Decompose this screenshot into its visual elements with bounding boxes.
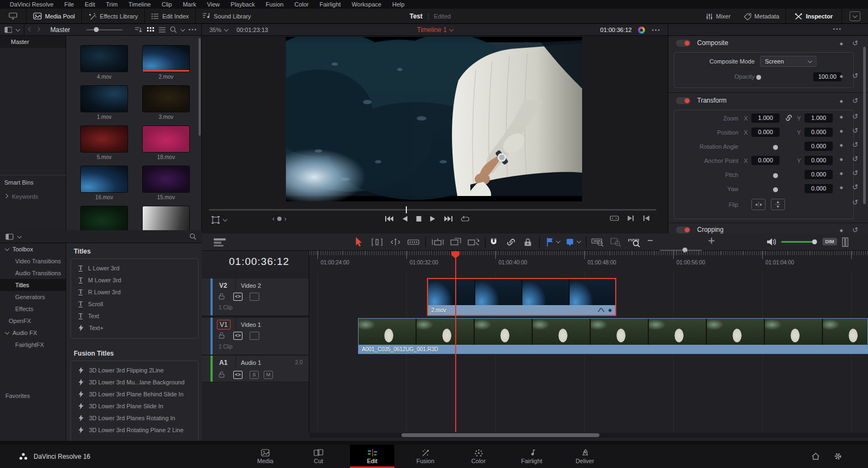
position-x-value[interactable]: 0.000 [751, 128, 780, 137]
menu-timeline[interactable]: Timeline [123, 0, 156, 9]
keyframe-icon[interactable]: ◆ [840, 41, 843, 46]
yaw-value[interactable]: 0.000 [805, 184, 833, 193]
zoom-in-button[interactable] [709, 238, 714, 244]
rotation-value[interactable]: 0.000 [805, 142, 833, 151]
flip-horizontal-button[interactable] [751, 199, 765, 210]
sidebar-item-fairlightfx[interactable]: FairlightFX [0, 339, 66, 351]
sidebar-item-effects[interactable]: Effects [0, 303, 66, 315]
zoom-out-button[interactable] [648, 240, 653, 241]
title-item[interactable]: Text+ [71, 322, 198, 334]
keyframe-indicator-icon[interactable]: ◆ [608, 307, 612, 313]
track-autoselect-toggle[interactable]: <> [233, 332, 242, 340]
keyframe-icon[interactable]: ◆ [840, 115, 843, 119]
nav-media[interactable]: Media [243, 445, 288, 468]
cropping-toggle[interactable] [676, 226, 691, 233]
match-frame-next-button[interactable] [628, 215, 634, 222]
track-header-a1[interactable]: A1 Audio 1 2.0 <> S M [202, 356, 309, 382]
audio-monitor-icon[interactable] [767, 238, 776, 246]
track-badge-a1[interactable]: A1 [219, 359, 227, 366]
keyframe-icon[interactable]: ◆ [840, 143, 843, 148]
link-icon[interactable] [785, 114, 793, 122]
fusion-title-item[interactable]: 3D Lower 3rd Plane Behind Slide In [71, 388, 198, 400]
title-item[interactable]: TR Lower 3rd [71, 286, 198, 298]
clip-thumbnail[interactable] [142, 206, 190, 230]
nav-fairlight[interactable]: Fairlight [509, 445, 554, 468]
sidebar-item-titles[interactable]: Titles [0, 279, 66, 291]
project-manager-button[interactable] [0, 9, 26, 23]
chevron-down-icon[interactable] [223, 217, 227, 222]
viewer-playhead[interactable] [406, 206, 407, 213]
keyframe-icon[interactable]: ◆ [840, 171, 843, 176]
chevron-down-icon[interactable] [16, 27, 20, 31]
menu-file[interactable]: File [59, 0, 80, 9]
nav-fusion[interactable]: Fusion [403, 445, 448, 468]
list-view-icon[interactable] [158, 27, 165, 33]
marker-button[interactable] [566, 238, 573, 246]
clip-thumbnail[interactable] [142, 166, 190, 193]
timeline-playhead[interactable] [455, 251, 456, 432]
nav-edit-active[interactable]: Edit [350, 445, 394, 468]
track-badge-v2[interactable]: V2 [219, 282, 227, 289]
track-solo-toggle[interactable]: S [250, 371, 259, 379]
keyframe-icon[interactable]: ◆ [840, 129, 843, 134]
audio-meters-toggle[interactable] [842, 237, 848, 247]
zoom-x-value[interactable]: 1.000 [751, 113, 780, 123]
reset-icon[interactable]: ↺ [852, 128, 858, 134]
clip-thumbnail[interactable] [80, 166, 128, 193]
viewer-more-icon[interactable]: ••• [652, 27, 661, 33]
dim-button[interactable]: DIM [822, 238, 837, 245]
inspector-button[interactable]: Inspector [786, 9, 841, 24]
settings-gear-button[interactable] [834, 452, 842, 460]
keyframe-icon[interactable]: ◆ [840, 157, 843, 162]
composite-toggle[interactable] [676, 40, 691, 47]
mixer-button[interactable]: Mixer [699, 9, 737, 24]
clip-thumbnail[interactable] [80, 45, 128, 72]
transform-overlay-icon[interactable] [212, 216, 220, 224]
panel-toggle-icon[interactable] [4, 27, 12, 33]
menu-workspace[interactable]: Workspace [346, 0, 387, 9]
flip-vertical-button[interactable] [771, 199, 785, 210]
zoom-y-value[interactable]: 1.000 [805, 113, 833, 123]
menu-view[interactable]: View [201, 0, 225, 9]
keyframe-icon[interactable]: ◆ [840, 228, 843, 233]
title-item[interactable]: TScroll [71, 298, 198, 310]
composite-mode-select[interactable]: Screen [760, 56, 816, 67]
play-button[interactable] [430, 216, 436, 222]
track-autoselect-toggle[interactable]: <> [233, 293, 242, 301]
clip-thumbnail[interactable] [80, 85, 128, 112]
nav-color[interactable]: Color [456, 445, 501, 468]
go-to-first-frame-button[interactable] [385, 216, 393, 222]
cinema-viewer-button[interactable] [610, 215, 619, 222]
timeline-name-dropdown[interactable]: Timeline 1 [417, 26, 447, 34]
sidebar-item-audio-transitions[interactable]: Audio Transitions [0, 267, 66, 279]
match-frame-prev-button[interactable] [643, 215, 649, 222]
chevron-down-icon[interactable] [180, 27, 184, 31]
back-icon[interactable] [28, 27, 33, 31]
stop-button[interactable] [416, 216, 422, 222]
flag-button[interactable] [547, 238, 553, 246]
volume-slider[interactable] [781, 241, 816, 243]
more-options-icon[interactable]: ••• [188, 27, 197, 33]
track-name-v2[interactable]: Video 2 [241, 282, 261, 289]
insert-clip-button[interactable] [432, 238, 444, 246]
razor-edit-mode-tool[interactable] [407, 238, 419, 246]
keywords-item[interactable]: Keywords [4, 193, 38, 200]
reset-icon[interactable]: ↺ [852, 73, 858, 79]
timeline-ruler[interactable]: 01:00:24:00 01:00:32:00 01:00:40:00 01:0… [309, 251, 868, 271]
detail-zoom-button[interactable] [610, 238, 623, 247]
sidebar-item-generators[interactable]: Generators [0, 291, 66, 303]
sidebar-item-favorites[interactable]: Favorites [0, 390, 30, 402]
reset-icon[interactable]: ↺ [852, 98, 858, 104]
sidebar-item-openfx[interactable]: OpenFX [0, 315, 66, 327]
timeline-hscroll-track[interactable] [309, 433, 868, 438]
clip-thumbnail[interactable] [80, 125, 128, 153]
reset-icon[interactable]: ↺ [852, 142, 858, 148]
jog-control[interactable]: ‹ › [272, 215, 286, 223]
viewer-scrubber[interactable] [209, 209, 656, 211]
inspector-scrollbar[interactable] [863, 47, 866, 204]
media-pool-scrollbar[interactable] [199, 38, 201, 136]
reset-icon[interactable]: ↺ [852, 113, 858, 120]
clip-thumbnail[interactable] [142, 85, 190, 112]
dynamic-trim-mode-tool[interactable] [390, 238, 401, 246]
overwrite-clip-button[interactable] [450, 238, 461, 246]
